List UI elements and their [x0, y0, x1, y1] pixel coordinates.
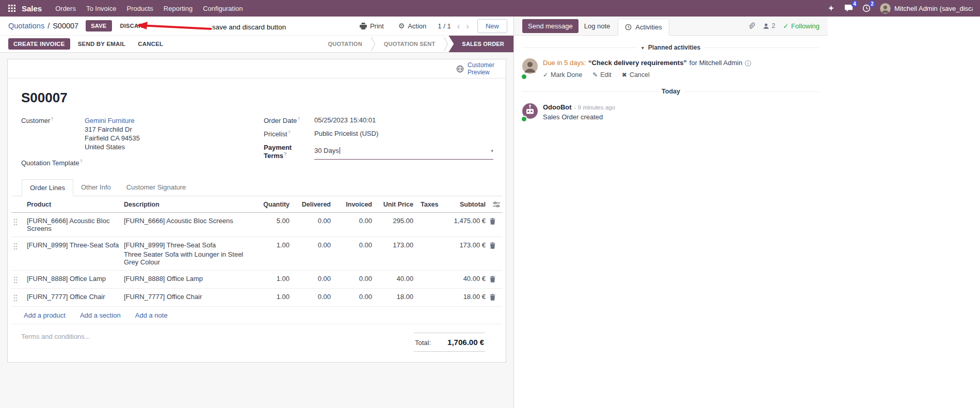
add-section-link[interactable]: Add a section	[80, 311, 121, 319]
tab-customer-signature[interactable]: Customer Signature	[119, 179, 194, 196]
drag-handle-icon[interactable]	[11, 271, 25, 289]
drag-handle-icon[interactable]	[11, 289, 25, 307]
taxes-cell[interactable]	[415, 271, 445, 289]
send-by-email-button[interactable]: SEND BY EMAIL	[73, 38, 130, 50]
dropdown-caret-icon[interactable]: ▾	[491, 148, 493, 153]
delete-row-icon[interactable]	[488, 237, 502, 271]
quantity-cell[interactable]: 1.00	[255, 289, 292, 307]
user-menu[interactable]: Mitchell Admin (save_discar	[880, 3, 973, 14]
unit-price-cell[interactable]: 173.00	[374, 237, 415, 271]
activities-clock-icon[interactable]: 2	[862, 4, 871, 12]
menu-configuration[interactable]: Configuration	[198, 2, 248, 15]
terms-placeholder[interactable]: Terms and conditions...	[21, 333, 90, 340]
cancel-button[interactable]: CANCEL	[133, 38, 168, 50]
unit-price-cell[interactable]: 40.00	[374, 271, 415, 289]
invoiced-cell[interactable]: 0.00	[333, 237, 374, 271]
delivered-cell[interactable]: 0.00	[292, 213, 333, 237]
col-taxes[interactable]: Taxes	[415, 196, 445, 213]
col-product[interactable]: Product	[25, 196, 122, 213]
message-author[interactable]: OdooBot	[543, 103, 572, 111]
log-note-button[interactable]: Log note	[579, 19, 616, 33]
description-cell[interactable]: [FURN_8888] Office Lamp	[122, 271, 255, 289]
print-button[interactable]: Print	[357, 22, 387, 30]
menu-reporting[interactable]: Reporting	[158, 2, 198, 15]
followers-button[interactable]: 2	[763, 22, 775, 29]
send-message-button[interactable]: Send message	[522, 19, 579, 33]
breadcrumb-quotations-link[interactable]: Quotations	[8, 22, 44, 30]
taxes-cell[interactable]	[415, 289, 445, 307]
pager-count: 1 / 1	[438, 22, 451, 30]
order-line-row[interactable]: [FURN_8888] Office Lamp [FURN_8888] Offi…	[11, 271, 502, 289]
optional-columns-icon[interactable]	[488, 196, 502, 213]
payment-terms-input[interactable]: 30 Days ▾	[314, 144, 493, 160]
messages-icon[interactable]: 4	[844, 4, 853, 12]
col-quantity[interactable]: Quantity	[255, 196, 292, 213]
delete-row-icon[interactable]	[488, 271, 502, 289]
col-delivered[interactable]: Delivered	[292, 196, 333, 213]
taxes-cell[interactable]	[415, 213, 445, 237]
delete-row-icon[interactable]	[488, 289, 502, 307]
product-cell[interactable]: [FURN_6666] Acoustic Bloc Screens	[25, 213, 122, 237]
planned-activities-header[interactable]: ▾ Planned activities	[522, 44, 820, 51]
product-cell[interactable]: [FURN_7777] Office Chair	[25, 289, 122, 307]
unit-price-cell[interactable]: 18.00	[374, 289, 415, 307]
order-line-row[interactable]: [FURN_8999] Three-Seat Sofa [FURN_8999] …	[11, 237, 502, 271]
quantity-cell[interactable]: 1.00	[255, 237, 292, 271]
new-button[interactable]: New	[477, 19, 507, 33]
col-description[interactable]: Description	[122, 196, 255, 213]
description-cell[interactable]: [FURN_7777] Office Chair	[122, 289, 255, 307]
pager-next-icon[interactable]: ›	[466, 22, 469, 30]
menu-products[interactable]: Products	[121, 2, 158, 15]
customer-preview-button[interactable]: Customer Preview	[456, 61, 497, 76]
drag-handle-icon[interactable]	[11, 213, 25, 237]
order-date-field[interactable]: 05/25/2023 15:40:01	[314, 116, 376, 124]
delivered-cell[interactable]: 0.00	[292, 289, 333, 307]
add-note-link[interactable]: Add a note	[135, 311, 168, 319]
product-cell[interactable]: [FURN_8999] Three-Seat Sofa	[25, 237, 122, 271]
unit-price-cell[interactable]: 295.00	[374, 213, 415, 237]
create-invoice-button[interactable]: CREATE INVOICE	[8, 38, 70, 50]
invoiced-cell[interactable]: 0.00	[333, 289, 374, 307]
quantity-cell[interactable]: 5.00	[255, 213, 292, 237]
col-invoiced[interactable]: Invoiced	[333, 196, 374, 213]
drag-handle-icon[interactable]	[11, 237, 25, 271]
action-button[interactable]: ⚙ Action	[395, 21, 430, 30]
invoiced-cell[interactable]: 0.00	[333, 213, 374, 237]
save-button[interactable]: SAVE	[86, 20, 111, 32]
edit-activity-button[interactable]: ✎ Edit	[592, 71, 612, 79]
status-quotation[interactable]: QUOTATION	[320, 36, 371, 52]
tab-activities[interactable]: Activities	[618, 19, 669, 36]
delete-row-icon[interactable]	[488, 213, 502, 237]
printer-icon	[360, 23, 367, 29]
add-product-link[interactable]: Add a product	[24, 311, 66, 319]
order-line-row[interactable]: [FURN_6666] Acoustic Bloc Screens [FURN_…	[11, 213, 502, 237]
cancel-activity-button[interactable]: ✖ Cancel	[622, 71, 650, 79]
sparkle-icon[interactable]	[827, 5, 835, 12]
pricelist-field[interactable]: Public Pricelist (USD)	[314, 130, 378, 138]
delivered-cell[interactable]: 0.00	[292, 237, 333, 271]
col-unit-price[interactable]: Unit Price	[374, 196, 415, 213]
attachment-paperclip-icon[interactable]	[748, 22, 755, 30]
pager-previous-icon[interactable]: ‹	[457, 22, 460, 30]
tab-other-info[interactable]: Other Info	[73, 179, 119, 196]
status-quotation-sent[interactable]: QUOTATION SENT	[376, 36, 444, 52]
product-cell[interactable]: [FURN_8888] Office Lamp	[25, 271, 122, 289]
col-subtotal[interactable]: Subtotal	[445, 196, 488, 213]
delivered-cell[interactable]: 0.00	[292, 271, 333, 289]
app-name[interactable]: Sales	[22, 4, 42, 13]
taxes-cell[interactable]	[415, 237, 445, 271]
quantity-cell[interactable]: 1.00	[255, 271, 292, 289]
apps-grid-icon[interactable]	[5, 3, 19, 14]
description-cell[interactable]: [FURN_8999] Three-Seat SofaThree Seater …	[122, 237, 255, 271]
status-sales-order[interactable]: SALES ORDER	[448, 36, 513, 52]
customer-name-link[interactable]: Gemini Furniture	[85, 116, 140, 125]
following-button[interactable]: ✓ Following	[783, 22, 820, 30]
tab-order-lines[interactable]: Order Lines	[22, 179, 73, 196]
mark-done-button[interactable]: ✓ Mark Done	[543, 71, 582, 79]
description-cell[interactable]: [FURN_6666] Acoustic Bloc Screens	[122, 213, 255, 237]
invoiced-cell[interactable]: 0.00	[333, 271, 374, 289]
info-icon[interactable]	[745, 60, 751, 67]
menu-orders[interactable]: Orders	[50, 2, 81, 15]
menu-to-invoice[interactable]: To Invoice	[81, 2, 122, 15]
order-line-row[interactable]: [FURN_7777] Office Chair [FURN_7777] Off…	[11, 289, 502, 307]
